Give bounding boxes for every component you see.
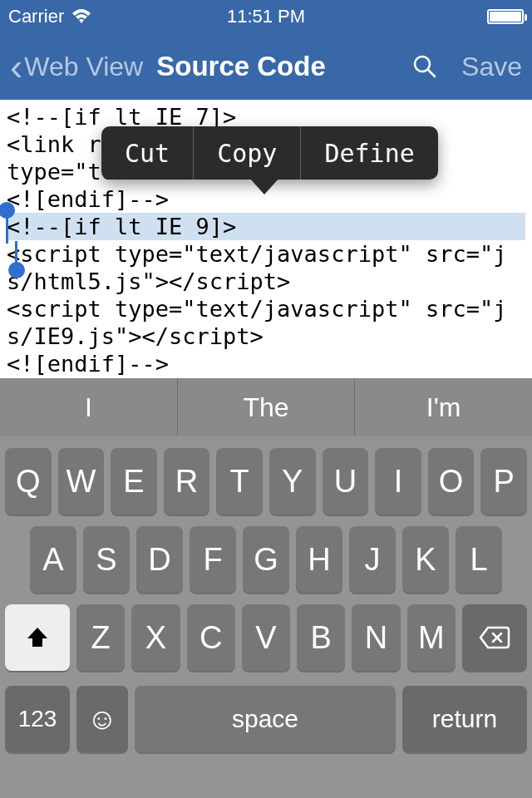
search-icon [411, 53, 438, 80]
code-editor[interactable]: <!--[if lt IE 7]> <link rel= type="te <!… [0, 100, 532, 378]
key-o[interactable]: O [428, 448, 475, 515]
code-line[interactable]: <![endif]--> [7, 350, 525, 377]
code-line-selected[interactable]: <!--[if lt IE 9]> [7, 213, 525, 240]
prediction[interactable]: I'm [354, 378, 532, 436]
backspace-icon [478, 625, 511, 650]
key-p[interactable]: P [480, 448, 527, 515]
clock: 11:51 PM [227, 6, 305, 27]
key-j[interactable]: J [349, 526, 396, 593]
key-t[interactable]: T [216, 448, 263, 515]
key-f[interactable]: F [190, 526, 236, 593]
key-d[interactable]: D [136, 526, 183, 593]
key-k[interactable]: K [402, 526, 449, 593]
key-y[interactable]: Y [269, 448, 316, 515]
nav-bar: ‹ Web View Source Code Save [0, 33, 532, 100]
status-left: Carrier [8, 6, 92, 27]
key-row: Z X C V B N M [0, 604, 532, 671]
emoji-key[interactable]: ☺ [76, 686, 128, 752]
key-row: A S D F G H J K L [0, 526, 532, 593]
back-button[interactable]: ‹ Web View [10, 47, 143, 86]
key-row: 123 ☺ space return [0, 686, 532, 752]
battery-icon [487, 9, 524, 24]
key-i[interactable]: I [375, 448, 421, 515]
copy-button[interactable]: Copy [194, 126, 300, 180]
define-button[interactable]: Define [301, 126, 437, 180]
key-c[interactable]: C [187, 604, 235, 671]
save-button[interactable]: Save [461, 52, 522, 82]
key-v[interactable]: V [242, 604, 290, 671]
key-g[interactable]: G [243, 526, 289, 593]
keyboard: I The I'm Q W E R T Y U I O P A S D F G … [0, 378, 532, 798]
selection-caret[interactable] [6, 216, 8, 244]
key-b[interactable]: B [297, 604, 345, 671]
back-label: Web View [24, 52, 143, 82]
key-q[interactable]: Q [5, 448, 52, 515]
status-bar: Carrier 11:51 PM [0, 0, 532, 33]
cut-button[interactable]: Cut [101, 126, 193, 180]
key-n[interactable]: N [352, 604, 400, 671]
key-r[interactable]: R [164, 448, 210, 515]
page-title: Source Code [156, 51, 326, 82]
carrier-label: Carrier [8, 6, 64, 27]
edit-menu: Cut Copy Define [101, 126, 438, 180]
svg-line-1 [428, 70, 435, 76]
key-s[interactable]: S [83, 526, 130, 593]
space-key[interactable]: space [135, 686, 396, 752]
delete-key[interactable] [462, 604, 527, 671]
key-l[interactable]: L [456, 526, 502, 593]
shift-icon [25, 625, 50, 650]
chevron-left-icon: ‹ [10, 47, 22, 86]
emoji-icon: ☺ [87, 702, 118, 736]
key-w[interactable]: W [58, 448, 105, 515]
shift-key[interactable] [5, 604, 70, 671]
code-line[interactable]: <script type="text/javascript" src="js/I… [7, 295, 525, 350]
key-m[interactable]: M [407, 604, 456, 671]
numbers-key[interactable]: 123 [5, 686, 70, 752]
code-line[interactable]: <script type="text/javascript" src="js/h… [7, 240, 525, 295]
key-row: Q W E R T Y U I O P [0, 448, 532, 515]
selection-end-handle[interactable] [8, 262, 25, 278]
menu-arrow-icon [249, 178, 279, 195]
key-x[interactable]: X [131, 604, 180, 671]
return-key[interactable]: return [402, 686, 527, 752]
key-u[interactable]: U [323, 448, 369, 515]
key-h[interactable]: H [296, 526, 342, 593]
key-a[interactable]: A [30, 526, 76, 593]
prediction-row: I The I'm [0, 378, 532, 436]
key-e[interactable]: E [111, 448, 157, 515]
key-z[interactable]: Z [76, 604, 125, 671]
search-button[interactable] [411, 53, 438, 80]
status-right [487, 9, 524, 24]
wifi-icon [71, 8, 92, 25]
prediction[interactable]: I [0, 378, 177, 436]
prediction[interactable]: The [177, 378, 355, 436]
